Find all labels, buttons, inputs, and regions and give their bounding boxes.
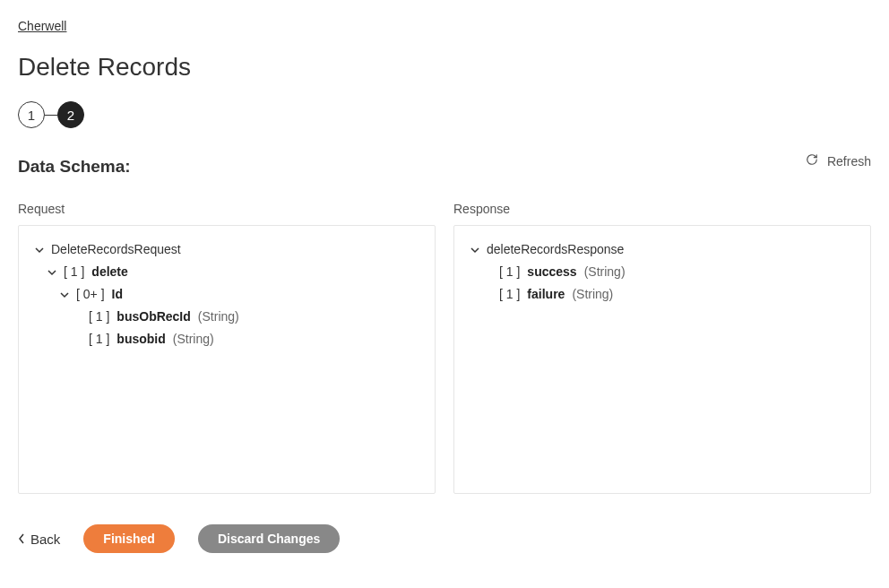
refresh-label: Refresh — [827, 154, 871, 169]
chevron-down-icon[interactable] — [470, 246, 479, 255]
field-name: busObRecId — [117, 307, 190, 326]
chevron-left-icon — [18, 533, 25, 544]
request-label: Request — [18, 202, 436, 216]
step-connector — [45, 115, 57, 116]
field-type: (String) — [173, 330, 214, 349]
field-type: (String) — [572, 285, 613, 304]
request-column: Request DeleteRecordsRequest [ 1 ] delet… — [18, 202, 436, 494]
stepper: 1 2 — [18, 101, 871, 128]
refresh-icon — [806, 153, 818, 169]
refresh-button[interactable]: Refresh — [806, 153, 871, 169]
field-type: (String) — [584, 263, 626, 281]
bracket: [ 0+ ] — [76, 285, 105, 304]
field-name: busobid — [117, 330, 165, 349]
bracket: [ 1 ] — [499, 263, 520, 281]
page-title: Delete Records — [18, 53, 871, 82]
response-root-row: deleteRecordsResponse — [470, 240, 854, 259]
breadcrumb-link[interactable]: Cherwell — [18, 19, 66, 33]
field-name: Id — [112, 285, 123, 304]
bracket: [ 1 ] — [64, 263, 84, 281]
response-box: deleteRecordsResponse [ 1 ] success (Str… — [453, 225, 871, 494]
back-button[interactable]: Back — [18, 532, 60, 547]
field-name: delete — [91, 263, 127, 281]
response-failure-row: [ 1 ] failure (String) — [470, 285, 854, 304]
response-label: Response — [453, 202, 871, 216]
footer: Back Finished Discard Changes — [18, 524, 871, 553]
request-id-row: [ 0+ ] Id — [35, 285, 419, 304]
field-type: (String) — [198, 307, 239, 326]
step-1[interactable]: 1 — [18, 101, 45, 128]
step-2[interactable]: 2 — [57, 101, 84, 128]
response-column: Response deleteRecordsResponse [ 1 ] suc… — [453, 202, 871, 494]
schema-wrapper: Data Schema: Refresh Request DeleteRecor… — [18, 157, 871, 494]
chevron-down-icon[interactable] — [60, 290, 69, 299]
request-delete-row: [ 1 ] delete — [35, 263, 419, 281]
request-busobid-row: [ 1 ] busobid (String) — [35, 330, 419, 349]
bracket: [ 1 ] — [89, 307, 109, 326]
chevron-down-icon[interactable] — [35, 246, 44, 255]
request-root-name: DeleteRecordsRequest — [51, 240, 181, 259]
chevron-down-icon[interactable] — [47, 268, 56, 277]
finished-button[interactable]: Finished — [83, 524, 175, 553]
request-root-row: DeleteRecordsRequest — [35, 240, 419, 259]
discard-button[interactable]: Discard Changes — [198, 524, 340, 553]
request-busobrecid-row: [ 1 ] busObRecId (String) — [35, 307, 419, 326]
request-box: DeleteRecordsRequest [ 1 ] delete [ 0+ ]… — [18, 225, 436, 494]
bracket: [ 1 ] — [499, 285, 520, 304]
field-name: failure — [527, 285, 565, 304]
bracket: [ 1 ] — [89, 330, 109, 349]
section-title: Data Schema: — [18, 157, 871, 177]
response-root-name: deleteRecordsResponse — [487, 240, 624, 259]
field-name: success — [527, 263, 576, 281]
back-label: Back — [30, 532, 60, 547]
schema-columns: Request DeleteRecordsRequest [ 1 ] delet… — [18, 202, 871, 494]
response-success-row: [ 1 ] success (String) — [470, 263, 854, 281]
